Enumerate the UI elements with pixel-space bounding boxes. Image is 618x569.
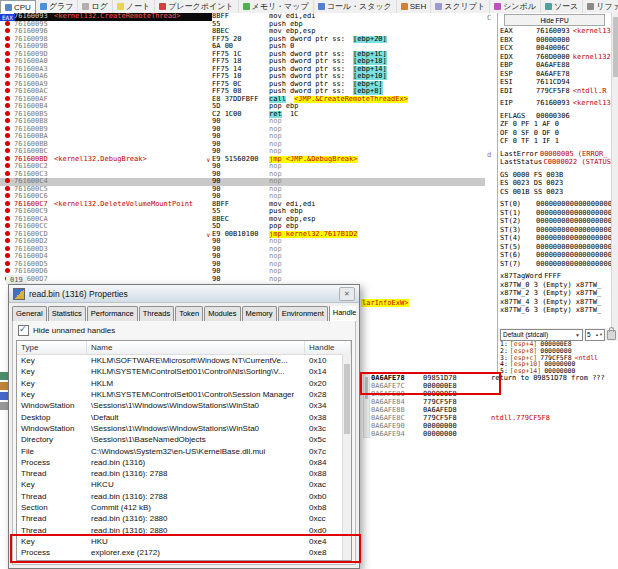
breakpoint-gutter[interactable] [0,253,14,261]
breakpoint-gutter[interactable] [0,231,14,239]
hide-unnamed-handles-option[interactable]: Hide unnamed handles [18,325,351,336]
breakpoint-gutter[interactable] [0,36,14,44]
disasm-row[interactable]: 761600C7 <kernel132.DeleteVolumeMountPoi… [0,201,485,209]
disasm-row[interactable]: 761600C2 90 nop [0,163,485,171]
breakpoint-gutter[interactable] [0,186,14,194]
spinner-arrows-icon[interactable]: ▲▼ [595,333,603,337]
breakpoint-gutter[interactable] [0,261,14,269]
disasm-row[interactable]: 761600BC 90 nop [0,148,485,156]
checkbox-checked-icon[interactable] [18,325,29,336]
disasm-row[interactable]: 761600D6 90 nop [0,268,485,276]
disasm-row[interactable]: 761600A0 FF75 18 push dword ptr ss: [ebp… [0,58,485,66]
breakpoint-gutter[interactable] [0,246,14,254]
dialog-tab[interactable]: Modules [204,306,240,321]
stack-value[interactable]: 09851D78 [423,374,491,382]
close-button[interactable]: ✕ [339,287,355,301]
disasm-row[interactable]: 761600AF E8 37DDFBFF call <JMP.&CreateRe… [0,96,485,104]
stack-row[interactable]: 0A6AFE84 779CF5F8 [371,398,618,406]
table-scrollbar[interactable] [342,354,351,560]
disasm-row[interactable]: 761600D2 90 nop [0,238,485,246]
register-row[interactable]: ST(6) 00000000000000000000000000 [498,251,611,260]
disasm-row[interactable]: 7616009B 6A 00 push 0 [0,43,485,51]
breakpoint-gutter[interactable] [0,171,14,179]
register-row[interactable]: EBX 00000000 [498,36,611,45]
register-row[interactable]: EDX 760D0000 kernel132 [498,53,611,62]
register-row[interactable]: ST(4) 00000000000000000000000000 [498,234,611,243]
register-value[interactable]: 00000000000000000000000000 [536,243,611,251]
stack-scrollbar[interactable] [363,374,370,438]
handle-table-row[interactable]: Thread read.bin (1316): 2880 0xd0 [17,524,351,535]
handle-table-row[interactable]: Directory \Sessions\1\BaseNamedObjects 0… [17,434,351,445]
register-value[interactable]: 76160093 [536,99,570,107]
register-value[interactable]: 00000005 (ERROR_ [540,150,607,158]
handle-table-row[interactable]: Desktop \Default 0x38 [17,411,351,422]
register-value[interactable]: 0A6AFE88 [536,61,570,69]
register-row[interactable]: GS 0000 FS 003B [498,171,611,180]
breakpoint-gutter[interactable] [0,21,14,29]
toolbar-tab[interactable]: ログ [78,0,112,13]
disasm-row[interactable]: 761600CA 8BEC mov ebp,esp [0,216,485,224]
scrollbar-thumb[interactable] [365,377,368,399]
toolbar-tab[interactable]: スクリプト [431,0,490,13]
register-value[interactable]: 0040006C [536,44,570,52]
toolbar-tab[interactable]: シンボル [490,0,541,13]
process-properties-dialog[interactable]: read.bin (1316) Properties ✕ GeneralStat… [8,284,360,569]
breakpoint-gutter[interactable] [0,148,14,156]
register-row[interactable]: EAX 76160093 <kernel13 [498,27,611,36]
disasm-row[interactable]: 76160096 8BEC mov ebp,esp [0,28,485,36]
register-row[interactable]: LastStatus C0000022 (STATUS [498,158,611,167]
disasm-row[interactable]: 761600B8 90 nop [0,118,485,126]
register-value[interactable]: 00000000000000000000000000 [536,260,611,268]
register-row[interactable]: CS 001B SS 0023 [498,188,611,197]
disasm-row[interactable]: 761600D5 90 nop [0,261,485,269]
stack-row[interactable]: 0A6AFE90 00000000 [371,422,618,430]
stack-value[interactable]: 00000000 [423,422,491,430]
breakpoint-gutter[interactable] [0,238,14,246]
registers-scrollbar[interactable] [611,13,618,328]
stack-value[interactable]: 779CF5F8 [423,414,491,422]
column-header-type[interactable]: Type [17,341,87,354]
register-value[interactable]: 76160093 [536,27,570,35]
disasm-row[interactable]: 761600C4 90 nop [0,178,485,186]
disasm-row[interactable]: 76160098 FF75 20 push dword ptr ss: [ebp… [0,36,485,44]
toolbar-tab[interactable]: リファレンス [583,0,618,13]
call-args-pane[interactable]: 1: [esp+4] 000000E8 2: [esp+8] 00000000 … [497,341,618,375]
breakpoint-gutter[interactable] [0,73,14,81]
disasm-row[interactable]: 761600CC 5D pop ebp [0,223,485,231]
breakpoint-gutter[interactable] [0,66,14,74]
handle-table-row[interactable]: Thread read.bin (1316): 2880 0xcc [17,513,351,524]
breakpoint-gutter[interactable] [0,208,14,216]
disasm-row[interactable]: 761600B4 5D pop ebp [0,103,485,111]
toolbar-tab[interactable]: CPU [0,0,36,13]
disasm-row[interactable]: 761600D4 90 nop [0,253,485,261]
register-value[interactable]: 00000000 [536,36,570,44]
register-row[interactable]: EFLAGS 00000306 [498,112,611,121]
calling-convention-dropdown[interactable]: Default (stdcall) ▼ [500,329,583,341]
register-row[interactable]: ST(1) 00000000000000000000000000 [498,209,611,218]
register-row[interactable]: ST(3) 00000000000000000000000000 [498,226,611,235]
disasm-row[interactable]: 761600BB 90 nop [0,141,485,149]
breakpoint-gutter[interactable] [0,81,14,89]
dialog-tab[interactable]: Environment [278,306,328,321]
column-header-name[interactable]: Name [87,341,305,354]
stack-row[interactable]: 0A6AFE80 000000E8 [371,390,618,398]
arg-count-stepper[interactable]: 5 ▲▼ [585,329,605,341]
dialog-tab[interactable]: Threads [139,306,175,321]
breakpoint-gutter[interactable] [0,111,14,119]
disasm-row[interactable]: 761600A3 FF75 14 push dword ptr ss: [ebp… [0,66,485,74]
disasm-row[interactable]: 761600D7 90 nop [0,276,485,284]
stack-pane[interactable]: 0A6AFE78 09851D78 return to 09851D78 fro… [371,374,618,440]
register-value[interactable]: 00000000000000000000000000 [536,251,611,259]
register-row[interactable]: EDI 779CF5F8 <ntdll.R [498,87,611,96]
handle-table-row[interactable]: Process explorer.exe (2172) 0xe8 [17,547,351,558]
handle-table-row[interactable]: Process read.bin (1316) 0x84 [17,457,351,468]
disasm-row[interactable]: 761600BD <kernel132.DebugBreak> ∨ E9 515… [0,156,485,164]
stack-value[interactable]: 000000E8 [423,382,491,390]
handle-table-row[interactable]: Key HKCU 0xac [17,479,351,490]
dialog-tab[interactable]: Performance [87,306,138,321]
register-value[interactable]: 00000000000000000000000000 [536,217,611,225]
registers-pane[interactable]: Hide FPU EAX 76160093 <kernel13 EBX 0000… [497,13,618,328]
disasm-row[interactable]: 761600AC FF75 08 push dword ptr ss: [ebp… [0,88,485,96]
register-row[interactable]: x87TW_4 3 (Empty) x87TW_ [498,298,611,307]
breakpoint-gutter[interactable] [0,133,14,141]
